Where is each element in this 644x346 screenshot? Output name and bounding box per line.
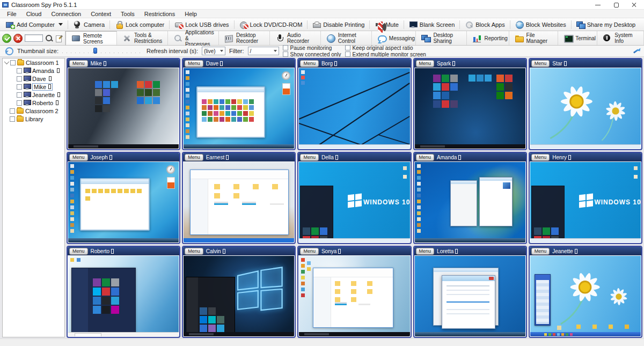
lock-computer-button[interactable]: Lock computer (111, 20, 168, 30)
computer-tile-earnest[interactable]: Menu Earnest (182, 152, 296, 244)
slider-thumb[interactable] (93, 48, 97, 54)
checkbox[interactable] (10, 116, 15, 122)
checkbox[interactable] (345, 51, 350, 57)
tab-desktop-recorder[interactable]: Desktop Recorder (219, 31, 270, 45)
camera-button[interactable]: Camera (69, 20, 108, 30)
search-icon[interactable] (45, 34, 53, 42)
lock-dvd-button[interactable]: Lock DVD/CD-ROM (236, 20, 306, 30)
tab-remote-screens[interactable]: Remote Screens (65, 31, 117, 45)
filter-select[interactable]: / (248, 47, 279, 55)
checkbox[interactable] (283, 51, 288, 57)
checkbox[interactable] (17, 92, 22, 98)
remote-screen[interactable] (415, 256, 525, 336)
tile-menu-button[interactable]: Menu (185, 248, 203, 255)
checkbox[interactable] (17, 68, 22, 73)
chevron-down-icon[interactable] (4, 59, 10, 64)
checkbox[interactable] (10, 108, 15, 114)
computer-tile-amanda[interactable]: Menu Amanda (413, 152, 527, 244)
add-computer-button[interactable]: Add Computer (2, 20, 67, 30)
tree-item-jeanette[interactable]: Jeanette (3, 91, 64, 99)
computer-tile-calvin[interactable]: Menu Calvin (182, 246, 296, 338)
tile-menu-button[interactable]: Menu (416, 248, 435, 255)
refresh-interval-select[interactable]: (live) (202, 47, 225, 55)
tab-reporting[interactable]: Reporting (467, 31, 509, 45)
tile-menu-button[interactable]: Menu (416, 60, 435, 67)
remote-screen[interactable] (184, 162, 294, 242)
remote-screen[interactable] (530, 256, 641, 336)
minimize-icon[interactable] (595, 2, 601, 8)
tab-desktop-sharing[interactable]: Desktop Sharing (416, 31, 467, 45)
tile-menu-button[interactable]: Menu (416, 154, 435, 161)
pause-monitoring-option[interactable]: Pause monitoring (283, 45, 341, 51)
computer-tile-della[interactable]: Menu Della WINDOWS 10 (297, 152, 411, 244)
block-apps-button[interactable]: Block Apps (461, 20, 508, 30)
tile-menu-button[interactable]: Menu (300, 154, 319, 161)
tab-tools-restrictions[interactable]: Tools & Restrictions (117, 31, 168, 45)
tile-menu-button[interactable]: Menu (531, 248, 550, 255)
computer-tile-spark[interactable]: Menu Spark (413, 58, 527, 150)
remote-screen[interactable] (68, 256, 179, 336)
tree-item-mike-selected[interactable]: Mike (3, 83, 64, 91)
remote-screen[interactable] (184, 68, 294, 149)
checkbox[interactable] (17, 100, 22, 106)
remote-screen[interactable] (68, 162, 179, 242)
extend-monitor-option[interactable]: Extend multiple monitor screen (345, 51, 426, 57)
checkbox[interactable] (10, 60, 16, 65)
menu-file[interactable]: File (2, 11, 21, 17)
tree-item-classroom-2[interactable]: Classroom 2 (3, 107, 64, 115)
remote-screen[interactable] (68, 68, 179, 149)
computer-tile-loretta[interactable]: Menu Loretta (413, 246, 527, 338)
checkbox[interactable] (17, 76, 22, 82)
menu-cloud[interactable]: Cloud (21, 11, 47, 17)
blank-screen-button[interactable]: Blank Screen (405, 20, 458, 30)
computer-tile-dave[interactable]: Menu Dave (182, 58, 296, 150)
tree-item-classroom-1[interactable]: Classroom 1 (3, 58, 64, 67)
share-desktop-button[interactable]: Share my Desktop (573, 20, 639, 30)
remote-screen[interactable]: WINDOWS 10 (530, 162, 641, 242)
computer-tile-joseph[interactable]: Menu Joseph (67, 152, 180, 244)
remote-screen[interactable] (299, 68, 409, 149)
checkbox[interactable] (17, 84, 22, 90)
computer-tile-jeanette[interactable]: Menu Jeanette (529, 246, 642, 338)
tab-audio-recorder[interactable]: Audio Recorder (270, 31, 321, 45)
connect-button[interactable] (2, 34, 11, 43)
tile-menu-button[interactable]: Menu (531, 60, 550, 67)
expand-view-icon[interactable] (632, 47, 641, 55)
remote-screen[interactable]: WINDOWS 10 (299, 162, 409, 242)
menu-tools[interactable]: Tools (116, 11, 140, 17)
tab-system-info[interactable]: System Info (597, 31, 644, 45)
lock-usb-button[interactable]: Lock USB drives (171, 20, 232, 30)
show-connected-only-option[interactable]: Show connected only (283, 51, 341, 57)
keep-aspect-ratio-option[interactable]: Keep original aspect ratio (345, 45, 426, 51)
computer-tile-star[interactable]: Menu Star (529, 58, 642, 150)
tree-item-amanda[interactable]: Amanda (3, 67, 64, 75)
tile-menu-button[interactable]: Menu (69, 60, 88, 67)
remote-screen[interactable] (184, 256, 294, 336)
menu-restrictions[interactable]: Restrictions (140, 11, 180, 17)
tab-file-manager[interactable]: File Manager (509, 31, 559, 45)
tab-terminal[interactable]: Terminal (558, 31, 597, 45)
tile-menu-button[interactable]: Menu (185, 60, 203, 67)
tree-item-library[interactable]: Library (3, 115, 64, 123)
computer-tile-henry[interactable]: Menu Henry WINDOWS 10 (529, 152, 642, 244)
mute-button[interactable]: Mute (371, 20, 402, 30)
menu-connection[interactable]: Connection (46, 11, 86, 17)
tile-menu-button[interactable]: Menu (300, 248, 319, 255)
tab-messaging[interactable]: Messaging (372, 31, 416, 45)
tile-menu-button[interactable]: Menu (531, 154, 550, 161)
tree-item-roberto[interactable]: Roberto (3, 99, 64, 107)
remote-screen[interactable] (415, 162, 525, 242)
tile-menu-button[interactable]: Menu (300, 60, 319, 67)
refresh-icon[interactable] (5, 47, 13, 55)
tile-menu-button[interactable]: Menu (69, 248, 88, 255)
close-icon[interactable] (631, 2, 638, 8)
tile-menu-button[interactable]: Menu (69, 154, 88, 161)
search-input[interactable] (25, 34, 43, 42)
computer-tile-sonya[interactable]: Menu Sonya (297, 246, 411, 338)
computer-tile-borg[interactable]: Menu Borg (297, 58, 411, 150)
tab-applications-processes[interactable]: Applications & Processes (168, 31, 219, 45)
remote-screen[interactable] (299, 256, 409, 336)
maximize-icon[interactable] (613, 2, 619, 8)
disconnect-button[interactable] (13, 34, 23, 43)
tile-menu-button[interactable]: Menu (185, 154, 203, 161)
